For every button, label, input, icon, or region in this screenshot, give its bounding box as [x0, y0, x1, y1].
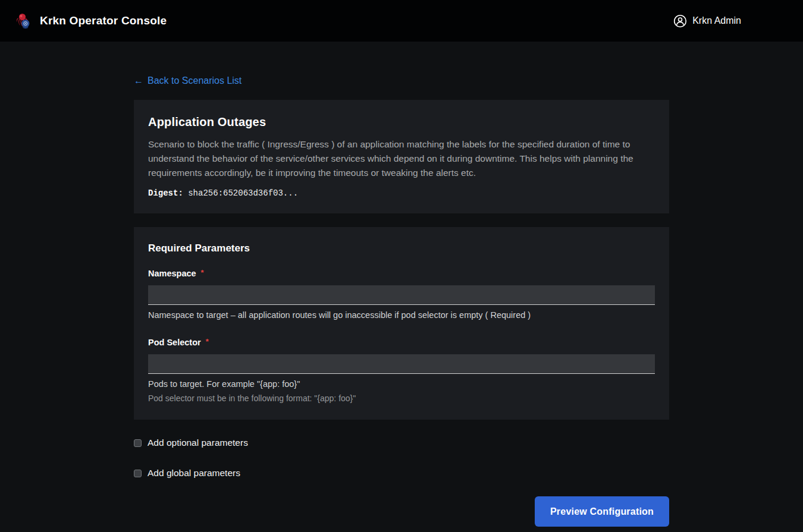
- required-asterisk: *: [201, 269, 204, 277]
- scenario-title: Application Outages: [148, 115, 655, 129]
- back-to-scenarios-link[interactable]: ← Back to Scenarios List: [134, 75, 241, 86]
- scenario-description: Scenario to block the traffic ( Ingress/…: [148, 137, 655, 180]
- user-menu[interactable]: Krkn Admin: [673, 14, 741, 28]
- namespace-label-row: Namespace *: [148, 269, 655, 278]
- krkn-logo-icon: [15, 11, 33, 30]
- back-arrow-icon: ←: [134, 75, 143, 86]
- pod-selector-label-row: Pod Selector *: [148, 338, 655, 347]
- user-circle-icon: [673, 14, 687, 28]
- pod-selector-input[interactable]: [148, 354, 655, 374]
- namespace-helper-text: Namespace to target – all application ro…: [148, 310, 655, 320]
- digest-line: Digest: sha256:652063d36f03...: [148, 185, 655, 198]
- required-parameters-card: Required Parameters Namespace * Namespac…: [134, 227, 669, 420]
- global-parameters-label[interactable]: Add global parameters: [148, 468, 240, 479]
- optional-parameters-checkbox-row[interactable]: Add optional parameters: [134, 437, 669, 448]
- namespace-field-group: Namespace * Namespace to target – all ap…: [148, 269, 655, 320]
- global-parameters-checkbox[interactable]: [134, 470, 142, 477]
- scenario-card: Application Outages Scenario to block th…: [134, 100, 669, 213]
- namespace-input[interactable]: [148, 285, 655, 305]
- optional-parameters-label[interactable]: Add optional parameters: [148, 437, 248, 448]
- user-name: Krkn Admin: [692, 15, 741, 26]
- main-content: ← Back to Scenarios List Application Out…: [134, 75, 669, 527]
- back-link-label: Back to Scenarios List: [148, 75, 241, 86]
- digest-label: Digest:: [148, 188, 183, 198]
- pod-selector-helper-text: Pods to target. For example "{app: foo}": [148, 379, 655, 389]
- app-header: Krkn Operator Console Krkn Admin: [0, 0, 803, 42]
- preview-configuration-button[interactable]: Preview Configuration: [535, 496, 669, 527]
- required-asterisk: *: [206, 338, 209, 346]
- digest-value: sha256:652063d36f03...: [188, 188, 298, 198]
- back-row: ← Back to Scenarios List: [134, 75, 669, 86]
- form-title: Required Parameters: [148, 243, 655, 254]
- namespace-label: Namespace: [148, 269, 196, 278]
- pod-selector-format-hint: Pod selector must be in the following fo…: [148, 394, 655, 403]
- optional-parameters-checkbox[interactable]: [134, 439, 142, 447]
- pod-selector-label: Pod Selector: [148, 338, 201, 347]
- app-title: Krkn Operator Console: [40, 14, 167, 27]
- pod-selector-field-group: Pod Selector * Pods to target. For examp…: [148, 338, 655, 403]
- action-row: Preview Configuration: [134, 496, 669, 527]
- global-parameters-checkbox-row[interactable]: Add global parameters: [134, 468, 669, 479]
